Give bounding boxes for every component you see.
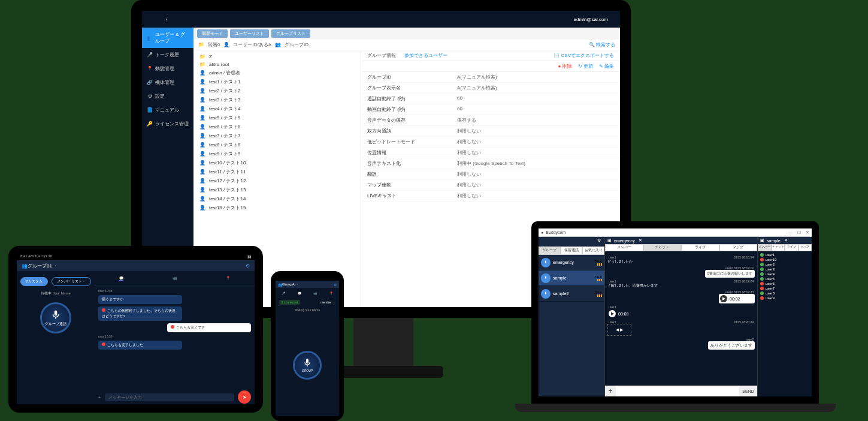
list-item[interactable]: 👤test13 / テスト13 bbox=[193, 185, 361, 194]
list-item[interactable]: 👤test7 / テスト7 bbox=[193, 131, 361, 140]
csv-export[interactable]: 📄 CSVでエクスポートする bbox=[554, 52, 614, 59]
tab-chat[interactable]: 💬 bbox=[298, 291, 301, 295]
plus-icon[interactable]: + bbox=[98, 395, 101, 400]
user-item[interactable]: user5 bbox=[759, 276, 810, 281]
list-label: test15 / テスト15 bbox=[209, 205, 246, 211]
video-message[interactable]: ◀ ▶ bbox=[607, 324, 631, 336]
list-item[interactable]: 📁Z bbox=[193, 53, 361, 61]
tab-chat[interactable]: 💬 bbox=[119, 276, 123, 281]
sidebar-item[interactable]: 🎤トーク履歴 bbox=[142, 48, 193, 62]
mode-tab[interactable]: ユーザーリスト bbox=[230, 29, 269, 38]
search-link[interactable]: 🔍 検索する bbox=[589, 41, 615, 48]
list-item[interactable]: 👤test8 / テスト8 bbox=[193, 140, 361, 149]
edit-button[interactable]: ✎ 編集 bbox=[599, 63, 614, 70]
mid-tab-member[interactable]: メンバー bbox=[605, 244, 643, 251]
current-user[interactable]: admin@sai.com bbox=[574, 17, 608, 22]
sidebar-item[interactable]: 📘マニュアル bbox=[142, 103, 193, 117]
minimize-icon[interactable]: — bbox=[788, 230, 793, 235]
close-tab-icon[interactable]: ✕ bbox=[784, 238, 788, 243]
message-input[interactable] bbox=[616, 386, 739, 396]
update-button[interactable]: ↻ 更新 bbox=[578, 63, 593, 70]
mid-tab-map[interactable]: マップ bbox=[719, 244, 758, 251]
tablet-screen: 8:41 AM Tue Oct 30▮▮ 👥 グループ01 ・ ⚙ 2カスタム … bbox=[17, 254, 255, 404]
left-tab-hold[interactable]: 保留通話 bbox=[561, 246, 583, 255]
right-tab-map[interactable]: マップ bbox=[799, 244, 812, 251]
mode-tab[interactable]: グループリスト bbox=[271, 29, 310, 38]
list-item[interactable]: 👤test14 / テスト14 bbox=[193, 194, 361, 203]
list-item[interactable]: 👤test12 / テスト12 bbox=[193, 176, 361, 185]
user-item[interactable]: user7 bbox=[759, 286, 810, 291]
sidebar-item[interactable]: 🔑ライセンス管理 bbox=[142, 117, 193, 131]
tab-location[interactable]: 📍 bbox=[329, 291, 333, 295]
group-item[interactable]: sample2TALK bbox=[539, 286, 604, 302]
delete-button[interactable]: ● 削除 bbox=[558, 63, 571, 70]
user-item[interactable]: user4 bbox=[759, 272, 810, 276]
list-item[interactable]: 👤test11 / テスト11 bbox=[193, 167, 361, 176]
gear-icon[interactable]: ⚙ bbox=[334, 282, 337, 287]
tab-video[interactable]: 📹 bbox=[313, 291, 317, 295]
mid-tab-live[interactable]: ライブ bbox=[681, 244, 719, 251]
right-tab-chat[interactable]: チャット bbox=[772, 244, 785, 251]
left-tab-fav[interactable]: お気に入り bbox=[582, 246, 604, 255]
detail-tab-users[interactable]: 参加できるユーザー bbox=[404, 52, 447, 59]
tab-video[interactable]: 📹 bbox=[173, 276, 177, 280]
panel-toggle-icon[interactable]: ▣ bbox=[760, 238, 764, 243]
user-item[interactable]: user3 bbox=[759, 267, 810, 272]
list-item[interactable]: 👤test9 / テスト9 bbox=[193, 149, 361, 158]
list-item[interactable]: 👤test6 / テスト6 bbox=[193, 122, 361, 131]
mic-button[interactable]: グループ通話 bbox=[40, 302, 71, 333]
pill-memberlist[interactable]: メンバーリスト・ bbox=[52, 277, 91, 286]
maximize-icon[interactable]: ☐ bbox=[797, 230, 801, 235]
list-item[interactable]: 📁aldio-root bbox=[193, 61, 361, 68]
sidebar-item[interactable]: ⚙設定 bbox=[142, 89, 193, 103]
list-item[interactable]: 👤test5 / テスト5 bbox=[193, 113, 361, 122]
user-item[interactable]: user6 bbox=[759, 281, 810, 286]
tab-location[interactable]: 📍 bbox=[226, 276, 230, 280]
message-input[interactable] bbox=[105, 393, 234, 401]
group-title[interactable]: GroupA ・ bbox=[282, 282, 299, 287]
breadcrumb-leaf[interactable]: グループID bbox=[285, 41, 309, 48]
audio-message[interactable]: ▶00:03 bbox=[607, 309, 643, 318]
user-item[interactable]: user10 bbox=[759, 257, 810, 262]
user-item[interactable]: user2 bbox=[759, 262, 810, 267]
mid-tab-chat[interactable]: チャット bbox=[643, 244, 682, 251]
attach-button[interactable]: + bbox=[605, 386, 616, 396]
right-tab-member[interactable]: メンバー bbox=[758, 244, 772, 251]
list-item[interactable]: 👤test2 / テスト2 bbox=[193, 86, 361, 95]
send-button[interactable]: ➤ bbox=[238, 390, 251, 404]
sidebar-item[interactable]: 👥ユーザー & グループ bbox=[142, 28, 193, 48]
mode-tab[interactable]: 履歴モード bbox=[197, 29, 228, 38]
mic-button[interactable]: GROUP bbox=[293, 351, 322, 380]
pill-custom[interactable]: 2カスタム bbox=[20, 277, 47, 286]
gear-icon[interactable]: ⚙ bbox=[246, 263, 250, 269]
list-item[interactable]: 👤test1 / テスト1 bbox=[193, 77, 361, 86]
member-dropdown[interactable]: member ・ bbox=[320, 300, 335, 304]
group-title[interactable]: グループ01 ・ bbox=[28, 263, 58, 269]
list-item[interactable]: 👤test3 / テスト3 bbox=[193, 95, 361, 104]
left-tab-group[interactable]: グループ bbox=[539, 246, 561, 255]
group-item[interactable]: sampleTALK bbox=[539, 270, 604, 286]
sidebar-item[interactable]: 🔗機体管理 bbox=[142, 76, 193, 89]
list-item[interactable]: 👤test15 / テスト15 bbox=[193, 203, 361, 212]
back-icon[interactable]: ‹ bbox=[166, 17, 168, 22]
right-tab-live[interactable]: ライブ bbox=[785, 244, 799, 251]
tab-mic[interactable]: 🎤 bbox=[282, 291, 285, 295]
breadcrumb-root[interactable]: 階層0 bbox=[208, 41, 220, 48]
breadcrumb-mid[interactable]: ユーザーID/あるA bbox=[233, 41, 271, 48]
audio-message[interactable]: ▶00:02 bbox=[719, 294, 755, 303]
detail-tab-info[interactable]: グループ情報 bbox=[367, 52, 396, 59]
send-button[interactable]: SEND bbox=[739, 386, 757, 396]
user-item[interactable]: user8 bbox=[759, 291, 810, 296]
close-tab-icon[interactable]: ✕ bbox=[639, 238, 642, 243]
close-icon[interactable]: ✕ bbox=[806, 230, 809, 235]
window-titlebar: ● Buddycom — ☐ ✕ bbox=[539, 228, 812, 237]
list-item[interactable]: 👤test10 / テスト10 bbox=[193, 158, 361, 167]
list-item[interactable]: 👤admin / 管理者 bbox=[193, 68, 361, 77]
group-item[interactable]: emergencyTALK bbox=[539, 255, 604, 270]
user-item[interactable]: user1 bbox=[759, 252, 810, 257]
user-item[interactable]: user9 bbox=[759, 296, 810, 300]
gear-icon[interactable]: ⚙ bbox=[597, 238, 601, 245]
sidebar-item[interactable]: 📍動態管理 bbox=[142, 62, 193, 76]
list-item[interactable]: 👤test4 / テスト4 bbox=[193, 104, 361, 113]
panel-toggle-icon[interactable]: ▣ bbox=[607, 238, 612, 243]
